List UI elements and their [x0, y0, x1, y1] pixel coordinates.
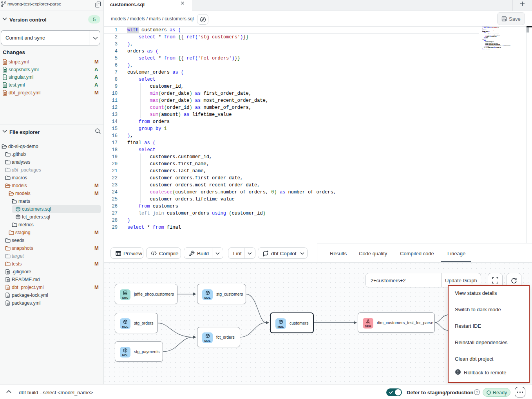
svg-text:?: ? — [476, 390, 478, 394]
